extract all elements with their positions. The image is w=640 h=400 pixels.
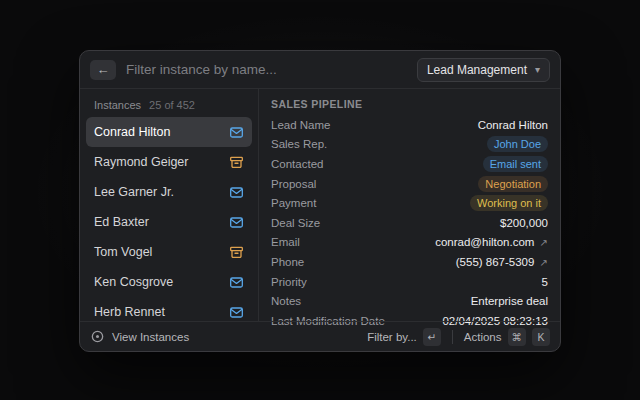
detail-label: Notes (271, 295, 301, 307)
external-link-icon: ↗ (540, 257, 548, 268)
detail-label: Priority (271, 276, 307, 288)
list-item[interactable]: Lee Garner Jr. (86, 177, 252, 207)
search-input[interactable] (126, 62, 407, 77)
detail-label: Sales Rep. (271, 138, 327, 150)
envelope-icon (229, 185, 244, 200)
actions-label: Actions (464, 331, 502, 343)
link-value[interactable]: (555) 867-5309 ↗ (456, 256, 548, 268)
cmd-keycap: ⌘ (508, 328, 527, 346)
detail-rows: Lead NameConrad HiltonSales Rep.John Doe… (271, 115, 548, 331)
topbar: ← Lead Management ▾ (80, 51, 560, 89)
detail-label: Deal Size (271, 217, 320, 229)
detail-label: Proposal (271, 178, 316, 190)
detail-label: Lead Name (271, 119, 330, 131)
list-item[interactable]: Tom Vogel (86, 237, 252, 267)
status-badge: John Doe (487, 136, 548, 152)
list-item[interactable]: Raymond Geiger (86, 147, 252, 177)
detail-label: Phone (271, 256, 304, 268)
instance-name: Tom Vogel (94, 245, 152, 259)
status-badge: Email sent (483, 156, 548, 172)
archive-icon (229, 155, 244, 170)
detail-value: Enterprise deal (471, 295, 548, 307)
instance-list-panel: Instances 25 of 452 Conrad HiltonRaymond… (80, 89, 258, 321)
dropdown-value: Lead Management (427, 63, 527, 77)
enter-keycap: ↵ (423, 328, 441, 346)
back-button[interactable]: ← (90, 60, 116, 80)
detail-row: Lead NameConrad Hilton (271, 115, 548, 135)
detail-value: Conrad Hilton (478, 119, 548, 131)
detail-panel: SALES PIPELINE Lead NameConrad HiltonSal… (258, 89, 560, 321)
instance-name: Ed Baxter (94, 215, 149, 229)
footer-view-label: View Instances (112, 331, 189, 343)
detail-value: $200,000 (500, 217, 548, 229)
list-item[interactable]: Ed Baxter (86, 207, 252, 237)
detail-row: Priority5 (271, 272, 548, 292)
footer: View Instances Filter by... ↵ Actions ⌘ … (80, 321, 560, 351)
detail-row: Sales Rep.John Doe (271, 135, 548, 155)
instance-list: Conrad HiltonRaymond GeigerLee Garner Jr… (86, 117, 252, 327)
command-palette-window: ← Lead Management ▾ Instances 25 of 452 … (79, 50, 561, 352)
list-count: 25 of 452 (149, 99, 195, 111)
main-area: Instances 25 of 452 Conrad HiltonRaymond… (80, 89, 560, 321)
archive-icon (229, 245, 244, 260)
external-link-icon: ↗ (540, 237, 548, 248)
detail-row: Phone(555) 867-5309 ↗ (271, 252, 548, 272)
footer-divider (452, 330, 453, 344)
actions-button[interactable]: Actions ⌘ K (464, 328, 550, 346)
detail-row: ProposalNegotiation (271, 174, 548, 194)
instance-name: Raymond Geiger (94, 155, 189, 169)
detail-row: ContactedEmail sent (271, 154, 548, 174)
detail-label: Contacted (271, 158, 323, 170)
detail-label: Email (271, 236, 300, 248)
list-header: Instances 25 of 452 (86, 93, 252, 117)
instance-name: Lee Garner Jr. (94, 185, 174, 199)
list-title: Instances (94, 99, 141, 111)
detail-label: Payment (271, 197, 316, 209)
detail-row: PaymentWorking on it (271, 193, 548, 213)
envelope-icon (229, 215, 244, 230)
instance-name: Ken Cosgrove (94, 275, 173, 289)
k-keycap: K (532, 328, 550, 346)
detail-row: Emailconrad@hilton.com ↗ (271, 233, 548, 253)
detail-value: 5 (542, 276, 548, 288)
envelope-icon (229, 305, 244, 320)
filter-by-button[interactable]: Filter by... ↵ (367, 328, 441, 346)
status-badge: Working on it (470, 195, 548, 211)
detail-row: Deal Size$200,000 (271, 213, 548, 233)
list-item[interactable]: Ken Cosgrove (86, 267, 252, 297)
detail-title: SALES PIPELINE (271, 98, 548, 110)
app-icon (90, 329, 105, 344)
filter-by-label: Filter by... (367, 331, 417, 343)
back-arrow-icon: ← (97, 62, 110, 77)
instance-name: Herb Rennet (94, 305, 165, 319)
instance-name: Conrad Hilton (94, 125, 170, 139)
chevron-down-icon: ▾ (535, 65, 540, 75)
list-item[interactable]: Conrad Hilton (86, 117, 252, 147)
envelope-icon (229, 125, 244, 140)
pipeline-dropdown[interactable]: Lead Management ▾ (417, 58, 550, 82)
envelope-icon (229, 275, 244, 290)
link-value[interactable]: conrad@hilton.com ↗ (435, 236, 548, 248)
status-badge: Negotiation (478, 176, 548, 192)
detail-row: NotesEnterprise deal (271, 291, 548, 311)
